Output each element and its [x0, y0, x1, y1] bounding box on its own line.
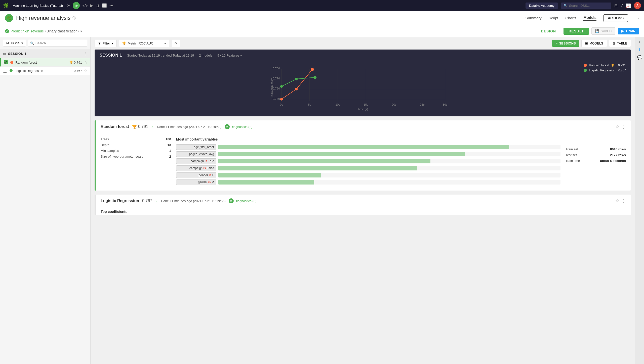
- var-bar-gender-m: [218, 180, 314, 185]
- filter-label: Filter: [103, 41, 110, 45]
- design-button[interactable]: DESIGN: [536, 28, 561, 35]
- project-name: Machine Learning Basics (Tutorial): [13, 4, 63, 8]
- top-nav-right: Dataiku Academy 🔍 ⊞ ? 📈 A: [526, 2, 641, 9]
- actions-button[interactable]: ACTIONS: [603, 14, 628, 22]
- search-input[interactable]: [569, 4, 607, 8]
- expand-icon[interactable]: ›: [637, 15, 639, 21]
- model-checkbox-rf[interactable]: [4, 60, 8, 64]
- sidebar-sessions: ▭ SESSION 1 ⋮ Random forest 🏆 0.791 ☆ Lo…: [0, 49, 90, 364]
- rf-done-text: Done 11 minutes ago (2021-07-21 19:19:59…: [157, 125, 222, 129]
- sidebar-search-input[interactable]: [35, 41, 85, 45]
- predict-label[interactable]: ✓ Predict high_revenue (Binary classific…: [5, 29, 82, 33]
- saved-label: SAVED: [601, 29, 612, 33]
- important-vars-title: Most important variables: [176, 137, 560, 141]
- metric-selector[interactable]: 🏆 Metric: ROC AUC ▾: [119, 40, 169, 47]
- nav-script[interactable]: Script: [549, 16, 558, 20]
- collapse-icon[interactable]: ▭: [3, 52, 6, 56]
- right-chat-icon[interactable]: 💬: [637, 55, 642, 60]
- sessions-button[interactable]: ≡ SESSIONS: [552, 40, 579, 47]
- var-row-campaign-false: campaign is False: [176, 165, 560, 171]
- saved-button[interactable]: 💾 SAVED: [591, 27, 615, 35]
- lr-more-icon[interactable]: ⋮: [621, 198, 626, 204]
- legend-item-lr: Logistic Regression 0.767: [584, 69, 626, 72]
- rf-score: 🏆 0.791: [132, 124, 148, 129]
- svg-text:0s: 0s: [280, 103, 283, 106]
- param-depth-label: Depth: [101, 143, 109, 147]
- result-button[interactable]: RESULT: [564, 28, 589, 35]
- layout-icon[interactable]: ⬜: [102, 3, 107, 8]
- metric-label: Metric: ROC AUC: [128, 41, 153, 45]
- lr-diagnostics-button[interactable]: ⟳ Diagnostics (3): [229, 198, 257, 203]
- rf-more-icon[interactable]: ⋮: [621, 124, 626, 129]
- nav-icons: ➤ ⟳ </> ▶ 🖨 ⬜ •••: [67, 2, 113, 9]
- var-label-age: age_first_order: [176, 144, 216, 150]
- svg-point-29: [313, 76, 317, 79]
- param-min-samples-label: Min samples: [101, 149, 119, 153]
- rf-star-icon[interactable]: ☆: [615, 124, 619, 129]
- filter-icon: ▼: [98, 41, 101, 45]
- right-expand-icon[interactable]: ›: [639, 40, 640, 44]
- svg-point-26: [311, 68, 314, 71]
- dropdown-arrow: ▾: [21, 41, 23, 45]
- train-button[interactable]: ▶ TRAIN: [618, 28, 639, 34]
- nav-summary[interactable]: Summary: [526, 16, 542, 20]
- var-bar-gender-f: [218, 173, 321, 177]
- session-menu-icon[interactable]: ⋮: [83, 51, 87, 56]
- rf-diagnostics-button[interactable]: ⟳ Diagnostics (2): [225, 124, 253, 129]
- more-icon[interactable]: •••: [109, 4, 113, 8]
- refresh-button[interactable]: ⟳: [172, 40, 180, 47]
- predict-dropdown-icon[interactable]: ▾: [80, 29, 82, 33]
- info-icon[interactable]: ⓘ: [72, 16, 76, 20]
- predict-type: (Binary classification): [45, 29, 78, 33]
- legend-trophy: 🏆: [611, 64, 615, 67]
- model-score-rf: 0.791: [74, 61, 82, 64]
- top-navigation: 🌿 Machine Learning Basics (Tutorial) ➤ ⟳…: [0, 0, 644, 11]
- stat-train-set: Train set 8610 rows: [566, 147, 626, 151]
- analytics-icon[interactable]: 📈: [626, 3, 631, 8]
- send-icon[interactable]: ➤: [67, 3, 70, 8]
- session-card-info: Started Today at 19:19 , ended Today at …: [127, 54, 194, 57]
- play-train-icon: ▶: [621, 29, 624, 33]
- rf-trophy-icon: 🏆: [132, 124, 137, 129]
- stat-test-set: Test set 2177 rows: [566, 153, 626, 157]
- models-icon: ⊞: [585, 41, 588, 45]
- var-bar-campaign-true: [218, 159, 430, 163]
- svg-text:ROC AUC score: ROC AUC score: [270, 78, 273, 97]
- right-info-icon[interactable]: ℹ: [639, 47, 640, 52]
- train-label: TRAIN: [625, 29, 635, 33]
- model-checkbox-lr[interactable]: [3, 69, 7, 73]
- rf-name: Random forest: [101, 124, 129, 129]
- filter-bar: ▼ Filter ▾ 🏆 Metric: ROC AUC ▾ ⟳ ≡ SESSI…: [91, 37, 635, 50]
- models-label: MODELS: [589, 41, 603, 45]
- dataiku-academy-button[interactable]: Dataiku Academy: [526, 3, 558, 9]
- param-hyperparam-label: Size of hyperparameter search: [101, 155, 145, 158]
- code-icon[interactable]: </>: [82, 4, 88, 8]
- filter-button[interactable]: ▼ Filter ▾: [95, 40, 116, 47]
- model-star-rf[interactable]: ☆: [84, 60, 87, 64]
- table-button[interactable]: ⊟ TABLE: [609, 40, 631, 47]
- grid-icon[interactable]: ⊞: [614, 3, 618, 8]
- legend-dot-rf: [584, 64, 587, 67]
- filter-right-actions: ≡ SESSIONS ⊞ MODELS ⊟ TABLE: [552, 40, 631, 47]
- play-icon[interactable]: ▶: [90, 3, 93, 8]
- param-trees: Trees 100: [101, 137, 171, 141]
- search-bar[interactable]: 🔍: [561, 3, 611, 9]
- svg-point-25: [295, 88, 298, 90]
- sessions-label: SESSIONS: [559, 41, 576, 45]
- print-icon[interactable]: 🖨: [96, 4, 100, 8]
- models-button[interactable]: ⊞ MODELS: [581, 40, 607, 47]
- refresh-icon[interactable]: ⟳: [73, 2, 80, 9]
- stat-test-value: 2177 rows: [610, 153, 626, 157]
- model-star-lr[interactable]: ☆: [84, 69, 87, 73]
- rf-stats: Train set 8610 rows Test set 2177 rows T…: [566, 137, 626, 187]
- model-row-logistic[interactable]: Logistic Regression 0.767 ☆: [0, 67, 90, 75]
- avatar[interactable]: A: [634, 2, 641, 9]
- help-icon[interactable]: ?: [621, 3, 623, 8]
- sidebar-actions-dropdown[interactable]: ACTIONS ▾: [3, 40, 26, 47]
- sidebar-search-box[interactable]: 🔍: [28, 40, 87, 47]
- model-row-random-forest[interactable]: Random forest 🏆 0.791 ☆: [0, 58, 90, 67]
- nav-models[interactable]: Models: [583, 15, 596, 21]
- nav-charts[interactable]: Charts: [565, 16, 576, 20]
- lr-star-icon[interactable]: ☆: [615, 198, 619, 204]
- session-card-features[interactable]: 9 / 10 Features ▾: [217, 54, 242, 57]
